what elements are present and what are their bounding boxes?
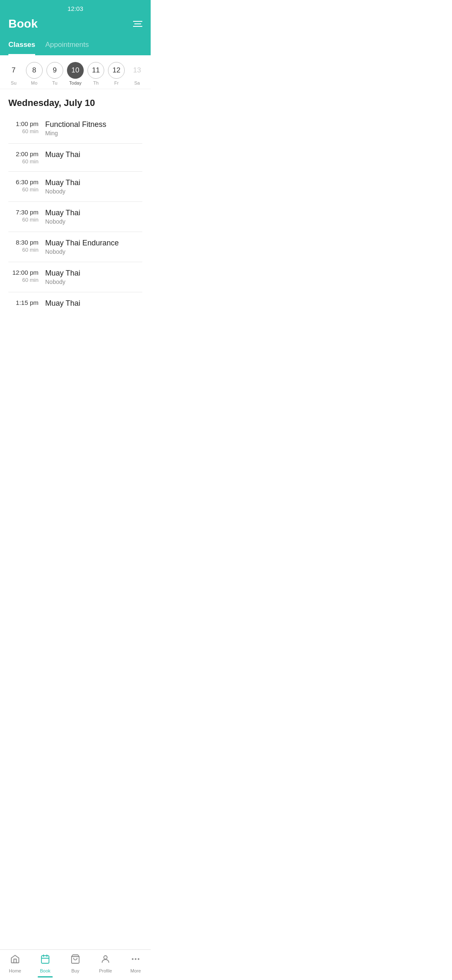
class-info: Muay Thai xyxy=(45,299,142,308)
class-item-2[interactable]: 6:30 pm 60 min Muay Thai Nobody xyxy=(8,172,142,202)
day-number: 10 xyxy=(67,62,84,79)
day-label: Su xyxy=(11,80,16,85)
class-info: Muay Thai Nobody xyxy=(45,209,142,225)
class-time: 2:00 pm 60 min xyxy=(8,150,39,165)
status-time: 12:03 xyxy=(67,5,83,12)
class-info: Muay Thai Nobody xyxy=(45,178,142,195)
class-list: 1:00 pm 60 min Functional Fitness Ming 2… xyxy=(0,113,151,315)
class-info: Muay Thai xyxy=(45,150,142,159)
day-label: Mo xyxy=(31,80,37,85)
class-item-6[interactable]: 1:15 pm Muay Thai xyxy=(8,292,142,315)
class-info: Functional Fitness Ming xyxy=(45,120,142,137)
class-info: Muay Thai Endurance Nobody xyxy=(45,239,142,255)
calendar-day-11[interactable]: 11 Th xyxy=(87,62,105,85)
day-number: 7 xyxy=(5,62,22,79)
class-time: 1:00 pm 60 min xyxy=(8,120,39,134)
day-number: 8 xyxy=(26,62,43,79)
class-item-0[interactable]: 1:00 pm 60 min Functional Fitness Ming xyxy=(8,113,142,144)
tab-classes[interactable]: Classes xyxy=(8,37,35,55)
class-time: 8:30 pm 60 min xyxy=(8,239,39,253)
day-number: 9 xyxy=(46,62,63,79)
day-number: 13 xyxy=(128,62,145,79)
filter-button[interactable] xyxy=(133,21,142,27)
calendar-day-9[interactable]: 9 Tu xyxy=(46,62,64,85)
calendar-strip: 7 Su 8 Mo 9 Tu 10 Today 11 Th 12 Fr 13 S… xyxy=(0,55,151,89)
class-item-1[interactable]: 2:00 pm 60 min Muay Thai xyxy=(8,144,142,172)
day-label: Th xyxy=(93,80,99,85)
day-number: 11 xyxy=(87,62,104,79)
day-label: Fr xyxy=(114,80,118,85)
calendar-day-7[interactable]: 7 Su xyxy=(5,62,23,85)
day-number: 12 xyxy=(108,62,125,79)
class-time: 12:00 pm 60 min xyxy=(8,269,39,283)
status-bar: 12:03 xyxy=(0,0,151,14)
calendar-day-10[interactable]: 10 Today xyxy=(66,62,85,85)
class-item-3[interactable]: 7:30 pm 60 min Muay Thai Nobody xyxy=(8,202,142,232)
page-title: Book xyxy=(8,17,38,31)
day-label: Today xyxy=(69,80,81,85)
class-time: 6:30 pm 60 min xyxy=(8,178,39,193)
class-time: 7:30 pm 60 min xyxy=(8,209,39,223)
day-label: Sa xyxy=(134,80,140,85)
class-item-5[interactable]: 12:00 pm 60 min Muay Thai Nobody xyxy=(8,262,142,292)
class-time: 1:15 pm xyxy=(8,299,39,306)
day-label: Tu xyxy=(52,80,57,85)
calendar-day-8[interactable]: 8 Mo xyxy=(25,62,44,85)
calendar-day-13[interactable]: 13 Sa xyxy=(128,62,146,85)
tab-bar: Classes Appointments xyxy=(0,37,151,55)
app-header: Book xyxy=(0,14,151,37)
date-heading: Wednesday, July 10 xyxy=(0,89,151,113)
tab-appointments[interactable]: Appointments xyxy=(45,37,89,55)
class-info: Muay Thai Nobody xyxy=(45,269,142,285)
class-item-4[interactable]: 8:30 pm 60 min Muay Thai Endurance Nobod… xyxy=(8,232,142,262)
calendar-day-12[interactable]: 12 Fr xyxy=(107,62,126,85)
